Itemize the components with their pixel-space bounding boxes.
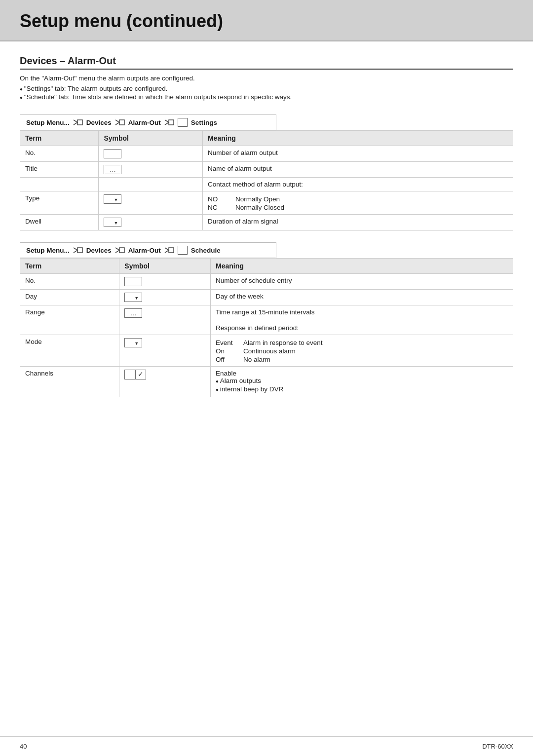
td-term: Day	[20, 290, 119, 305]
symbol-dropdown-mode	[124, 338, 142, 347]
svg-rect-3	[77, 248, 82, 253]
section-block-1: Devices – Alarm-Out On the "Alarm-Out" m…	[20, 55, 513, 101]
td-meaning: Number of alarm output	[202, 146, 513, 162]
header-bar: Setup menu (continued)	[0, 0, 533, 41]
arrow-icon-1	[73, 118, 83, 127]
td-symbol	[119, 274, 211, 290]
mode-code-on: On	[216, 347, 240, 355]
td-term: Title	[20, 162, 99, 178]
td-symbol: …	[119, 305, 211, 321]
type-code-nc: NC	[208, 204, 232, 211]
td-meaning: Duration of alarm signal	[202, 215, 513, 230]
td-term: Mode	[20, 335, 119, 367]
svg-rect-4	[119, 248, 124, 253]
th-term-2: Term	[20, 259, 119, 274]
mode-code-event: Event	[216, 339, 240, 346]
breadcrumb-tab-1: Settings	[178, 118, 217, 127]
breadcrumb-2: Setup Menu... Devices Alarm-Out	[20, 242, 276, 258]
page: Setup menu (continued) Devices – Alarm-O…	[0, 0, 533, 756]
td-term: No.	[20, 146, 99, 162]
table-row: No. Number of alarm output	[20, 146, 513, 162]
td-meaning: NONormally Open NCNormally Closed	[202, 191, 513, 215]
td-symbol	[99, 191, 203, 215]
breadcrumb-devices-2: Devices	[86, 247, 112, 254]
type-code-no: NO	[208, 195, 232, 203]
th-meaning-2: Meaning	[211, 259, 513, 274]
td-meaning: Number of schedule entry	[211, 274, 513, 290]
table-row: Channels ✓ Enable Alarm outputs intern	[20, 367, 513, 397]
td-term	[20, 321, 119, 335]
table-1: Term Symbol Meaning No. Number of alarm …	[20, 130, 513, 230]
td-symbol: ✓	[119, 367, 211, 397]
checkbox-check: ✓	[135, 370, 146, 379]
checkbox-box	[124, 370, 135, 379]
td-meaning: EventAlarm in response to event OnContin…	[211, 335, 513, 367]
td-symbol	[99, 146, 203, 162]
th-term-1: Term	[20, 131, 99, 146]
page-icon-1	[178, 118, 188, 127]
table-row: Type NONormally Open NCNormally Closed	[20, 191, 513, 215]
symbol-empty-box-2	[124, 277, 142, 286]
td-symbol	[119, 290, 211, 305]
arrow-icon-4	[73, 246, 83, 255]
td-symbol: …	[99, 162, 203, 178]
section-title: Devices – Alarm-Out	[20, 55, 513, 70]
footer: 40 DTR-60XX	[0, 736, 533, 756]
svg-rect-1	[119, 120, 124, 125]
breadcrumb-tab-2: Schedule	[178, 246, 221, 255]
channels-meaning: Enable Alarm outputs internal beep by DV…	[216, 370, 508, 393]
breadcrumb-alarmout-2: Alarm-Out	[128, 247, 161, 254]
page-icon-2	[178, 246, 188, 255]
table-row: Range … Time range at 15-minute interval…	[20, 305, 513, 321]
td-meaning: Day of the week	[211, 290, 513, 305]
td-term: Dwell	[20, 215, 99, 230]
channels-bullet-1: Alarm outputs	[216, 377, 508, 384]
meaning-sub-type: NONormally Open NCNormally Closed	[208, 195, 508, 211]
td-symbol	[119, 335, 211, 367]
symbol-empty-box	[104, 149, 121, 158]
svg-rect-0	[77, 120, 82, 125]
arrow-icon-6	[164, 246, 175, 255]
table-2: Term Symbol Meaning No. Number of schedu…	[20, 258, 513, 397]
meaning-sub-mode: EventAlarm in response to event OnContin…	[216, 339, 508, 363]
table-row: Contact method of alarm output:	[20, 178, 513, 191]
footer-page-number: 40	[20, 743, 27, 750]
svg-rect-2	[169, 120, 174, 125]
svg-rect-5	[169, 248, 174, 253]
breadcrumb-devices-1: Devices	[86, 119, 112, 126]
th-symbol-1: Symbol	[99, 131, 203, 146]
breadcrumb-setup-1: Setup Menu...	[26, 119, 70, 126]
table-row: Response in defined period:	[20, 321, 513, 335]
mode-desc-event: Alarm in response to event	[243, 339, 508, 346]
table-row: Day Day of the week	[20, 290, 513, 305]
type-desc-nc: Normally Closed	[235, 204, 508, 211]
th-symbol-2: Symbol	[119, 259, 211, 274]
symbol-dropdown	[104, 194, 121, 204]
main-content: Devices – Alarm-Out On the "Alarm-Out" m…	[0, 41, 533, 736]
channels-enable-label: Enable	[216, 370, 508, 377]
breadcrumb-alarmout-1: Alarm-Out	[128, 119, 161, 126]
symbol-dropdown-dwell	[104, 218, 121, 227]
arrow-icon-2	[114, 118, 125, 127]
bullet-1: "Settings" tab: The alarm outputs are co…	[20, 85, 513, 92]
td-term: Channels	[20, 367, 119, 397]
page-title: Setup menu (continued)	[20, 11, 513, 32]
breadcrumb-1: Setup Menu... Devices Alarm-Out	[20, 114, 276, 130]
td-meaning: Time range at 15-minute intervals	[211, 305, 513, 321]
section-bullets: "Settings" tab: The alarm outputs are co…	[20, 85, 513, 101]
mode-desc-on: Continuous alarm	[243, 347, 508, 355]
type-desc-no: Normally Open	[235, 195, 508, 203]
th-meaning-1: Meaning	[202, 131, 513, 146]
td-meaning: Contact method of alarm output:	[202, 178, 513, 191]
td-meaning: Response in defined period:	[211, 321, 513, 335]
table-row: Mode EventAlarm in response to event OnC…	[20, 335, 513, 367]
mode-desc-off: No alarm	[243, 356, 508, 363]
td-term: No.	[20, 274, 119, 290]
bullet-2: "Schedule" tab: Time slots are defined i…	[20, 93, 513, 101]
mode-code-off: Off	[216, 356, 240, 363]
table-row: Title … Name of alarm output	[20, 162, 513, 178]
footer-model: DTR-60XX	[482, 743, 513, 750]
symbol-dots-box-2: …	[124, 308, 142, 318]
symbol-checkbox: ✓	[124, 370, 146, 379]
breadcrumb-setup-2: Setup Menu...	[26, 247, 70, 254]
